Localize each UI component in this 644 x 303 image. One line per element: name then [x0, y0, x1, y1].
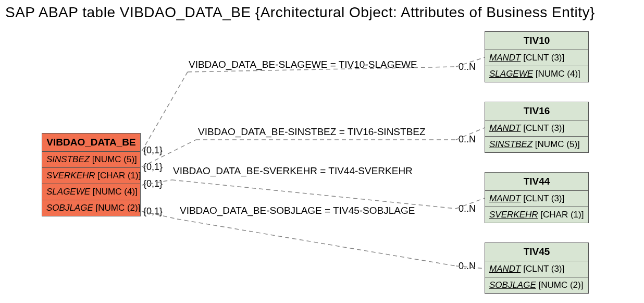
page-title: SAP ABAP table VIBDAO_DATA_BE {Architect…	[5, 4, 595, 21]
entity-field: MANDT [CLNT (3)]	[485, 191, 588, 207]
relation-label-0: VIBDAO_DATA_BE-SLAGEWE = TIV10-SLAGEWE	[189, 59, 417, 70]
relation-label-3: VIBDAO_DATA_BE-SOBJLAGE = TIV45-SOBJLAGE	[180, 205, 415, 216]
entity-tiv10: TIV10 MANDT [CLNT (3)] SLAGEWE [NUMC (4)…	[485, 31, 589, 82]
src-card-3: {0,1}	[143, 206, 163, 217]
entity-primary-field: SOBJLAGE [NUMC (2)]	[42, 200, 140, 216]
entity-header: TIV10	[485, 32, 588, 50]
entity-field: SINSTBEZ [NUMC (5)]	[485, 137, 588, 152]
entity-header: TIV44	[485, 173, 588, 191]
entity-primary: VIBDAO_DATA_BE SINSTBEZ [NUMC (5)] SVERK…	[42, 133, 141, 216]
src-card-1: {0,1}	[143, 162, 163, 173]
svg-line-10	[177, 219, 456, 266]
src-card-2: {0,1}	[143, 178, 163, 189]
entity-field: SLAGEWE [NUMC (4)]	[485, 66, 588, 82]
entity-tiv44: TIV44 MANDT [CLNT (3)] SVERKEHR [CHAR (1…	[485, 172, 589, 223]
entity-field: MANDT [CLNT (3)]	[485, 50, 588, 66]
entity-field: SOBJLAGE [NUMC (2)]	[485, 277, 588, 293]
svg-line-0	[142, 72, 188, 151]
entity-primary-header: VIBDAO_DATA_BE	[42, 134, 140, 152]
entity-field: MANDT [CLNT (3)]	[485, 261, 588, 277]
entity-primary-field: SLAGEWE [NUMC (4)]	[42, 184, 140, 200]
entity-tiv16: TIV16 MANDT [CLNT (3)] SINSTBEZ [NUMC (5…	[485, 102, 589, 153]
src-card-0: {0,1}	[143, 145, 163, 156]
tgt-card-0: 0..N	[459, 62, 476, 72]
entity-tiv45: TIV45 MANDT [CLNT (3)] SOBJLAGE [NUMC (2…	[485, 243, 589, 294]
tgt-card-3: 0..N	[459, 261, 476, 272]
entity-field: MANDT [CLNT (3)]	[485, 120, 588, 137]
entity-header: TIV45	[485, 243, 588, 261]
svg-line-7	[172, 180, 456, 209]
entity-primary-field: SINSTBEZ [NUMC (5)]	[42, 152, 140, 168]
entity-primary-field: SVERKEHR [CHAR (1)]	[42, 168, 140, 184]
entity-field: SVERKEHR [CHAR (1)]	[485, 207, 588, 223]
tgt-card-1: 0..N	[459, 134, 476, 145]
tgt-card-2: 0..N	[459, 203, 476, 214]
entity-header: TIV16	[485, 102, 588, 120]
relation-label-2: VIBDAO_DATA_BE-SVERKEHR = TIV44-SVERKEHR	[173, 165, 413, 177]
relation-label-1: VIBDAO_DATA_BE-SINSTBEZ = TIV16-SINSTBEZ	[198, 126, 426, 138]
